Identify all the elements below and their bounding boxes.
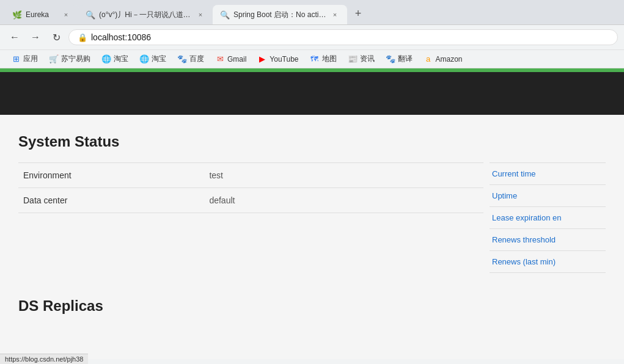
bm-taobao1-icon: 🌐 — [101, 54, 111, 64]
bookmark-bm-baidu[interactable]: 🐾百度 — [172, 52, 209, 66]
bm-youtube-label: YouTube — [270, 55, 298, 64]
row-value: test — [204, 163, 483, 188]
right-table-row: Uptime — [490, 185, 606, 207]
bm-apps-icon: ⊞ — [11, 54, 21, 64]
bm-news-label: 资讯 — [360, 54, 375, 64]
bm-gmail-label: Gmail — [227, 55, 246, 64]
tab-favicon-tab1: 🌿 — [12, 10, 22, 20]
bm-apps-label: 应用 — [23, 54, 38, 64]
right-row-label: Uptime — [490, 185, 606, 207]
bm-news-icon: 📰 — [348, 54, 358, 64]
new-tab-button[interactable]: + — [350, 5, 367, 22]
table-row: Environmenttest — [18, 163, 483, 188]
lock-icon: 🔒 — [78, 33, 87, 42]
right-row-label: Renews threshold — [490, 229, 606, 251]
tab-label-tab2: (o°v°)丿Hi－一只胡说八道的猴 — [99, 10, 192, 20]
right-row-label: Lease expiration en — [490, 207, 606, 229]
reload-button[interactable]: ↻ — [48, 29, 65, 46]
right-table-row: Renews threshold — [490, 229, 606, 251]
forward-button[interactable]: → — [27, 29, 44, 46]
right-table: Current timeUptimeLease expiration enRen… — [490, 162, 606, 273]
bookmark-bm-maps[interactable]: 🗺地图 — [305, 52, 342, 66]
bm-maps-label: 地图 — [322, 54, 337, 64]
ds-replicas-title: DS Replicas — [18, 297, 606, 315]
row-label: Environment — [18, 163, 204, 188]
bm-maps-icon: 🗺 — [310, 54, 320, 64]
bm-gmail-icon: ✉ — [215, 54, 225, 64]
tab-favicon-tab3: 🔍 — [220, 10, 230, 20]
right-table-row: Current time — [490, 163, 606, 185]
tab-close-tab1[interactable]: × — [61, 10, 71, 20]
bm-amazon-icon: a — [424, 54, 433, 64]
status-table: EnvironmenttestData centerdefault — [18, 162, 483, 213]
right-row-label: Current time — [490, 163, 606, 185]
bm-taobao2-icon: 🌐 — [139, 54, 149, 64]
right-panel: Current timeUptimeLease expiration enRen… — [483, 162, 606, 273]
address-bar-row: ← → ↻ 🔒 localhost:10086 — [0, 24, 624, 49]
right-table-row: Renews (last min) — [490, 251, 606, 273]
url-hint: https://blog.csdn.net/pjh38 — [0, 354, 88, 359]
address-text: localhost:10086 — [91, 32, 151, 42]
system-status-title: System Status — [18, 133, 606, 150]
dark-header — [0, 72, 624, 115]
tab-close-tab3[interactable]: × — [330, 10, 340, 20]
bm-suning-icon: 🛒 — [49, 54, 59, 64]
bm-baidu-icon: 🐾 — [177, 54, 187, 64]
right-table-row: Lease expiration en — [490, 207, 606, 229]
bm-taobao2-label: 淘宝 — [152, 54, 166, 64]
bookmark-bm-gmail[interactable]: ✉Gmail — [210, 53, 251, 66]
bookmark-bm-fanyi[interactable]: 🐾翻译 — [381, 52, 417, 66]
row-value: default — [204, 188, 483, 213]
bookmark-bm-taobao1[interactable]: 🌐淘宝 — [97, 52, 133, 66]
bookmark-bm-taobao2[interactable]: 🌐淘宝 — [134, 52, 171, 66]
page-content: System Status EnvironmenttestData center… — [0, 115, 624, 359]
tab-close-tab2[interactable]: × — [196, 10, 205, 20]
bm-baidu-label: 百度 — [189, 54, 204, 64]
bookmark-bm-apps[interactable]: ⊞应用 — [6, 52, 43, 66]
bookmarks-bar: ⊞应用🛒苏宁易购🌐淘宝🌐淘宝🐾百度✉Gmail▶YouTube🗺地图📰资讯🐾翻译… — [0, 49, 624, 68]
bm-suning-label: 苏宁易购 — [61, 54, 90, 64]
bookmark-bm-youtube[interactable]: ▶YouTube — [252, 53, 303, 66]
address-box[interactable]: 🔒 localhost:10086 — [68, 29, 618, 45]
bm-fanyi-icon: 🐾 — [386, 54, 395, 64]
table-row: Data centerdefault — [18, 188, 483, 213]
tab-label-tab1: Eureka — [26, 10, 57, 19]
browser-chrome: 🌿Eureka×🔍(o°v°)丿Hi－一只胡说八道的猴×🔍Spring Boot… — [0, 0, 624, 115]
tab-label-tab3: Spring Boot 启动：No active p — [233, 10, 326, 20]
bookmark-bm-suning[interactable]: 🛒苏宁易购 — [44, 52, 95, 66]
back-button[interactable]: ← — [6, 29, 23, 46]
browser-tab-tab1[interactable]: 🌿Eureka× — [5, 5, 78, 24]
browser-tab-tab3[interactable]: 🔍Spring Boot 启动：No active p× — [213, 5, 347, 24]
bookmark-bm-amazon[interactable]: aAmazon — [419, 53, 468, 66]
right-row-label: Renews (last min) — [490, 251, 606, 273]
bookmark-bm-news[interactable]: 📰资讯 — [343, 52, 380, 66]
bm-fanyi-label: 翻译 — [398, 54, 413, 64]
tab-bar: 🌿Eureka×🔍(o°v°)丿Hi－一只胡说八道的猴×🔍Spring Boot… — [0, 0, 624, 24]
row-label: Data center — [18, 188, 204, 213]
left-panel: EnvironmenttestData centerdefault — [18, 162, 483, 273]
bm-taobao1-label: 淘宝 — [114, 54, 128, 64]
browser-tab-tab2[interactable]: 🔍(o°v°)丿Hi－一只胡说八道的猴× — [78, 5, 213, 24]
tab-favicon-tab2: 🔍 — [86, 10, 95, 20]
bm-amazon-label: Amazon — [436, 55, 463, 64]
bm-youtube-icon: ▶ — [257, 54, 267, 64]
